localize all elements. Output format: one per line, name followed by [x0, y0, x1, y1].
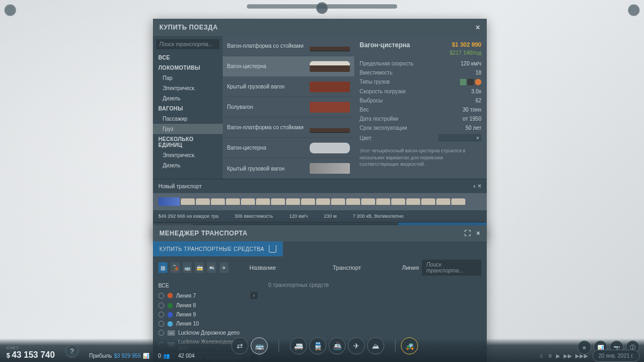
color-picker[interactable]: × [438, 134, 481, 142]
cargo-type-icons [460, 79, 481, 85]
filter-tram-icon[interactable]: 🚋 [195, 262, 204, 273]
vehicle-preview-icon [310, 61, 350, 72]
vehicle-description: Этот четырёхосный вагон-цистерна строилс… [360, 147, 481, 168]
air-button[interactable]: ✈ [348, 337, 365, 354]
buy-window-title: КУПИТЬ ПОЕЗДА [159, 24, 218, 31]
buy-vehicles-button[interactable]: КУПИТЬ ТРАНСПОРТНЫЕ СРЕДСТВА [153, 241, 283, 256]
locomotive-icon [158, 197, 180, 206]
expand-icon[interactable]: ⛶ [464, 230, 471, 237]
vehicle-preview-icon [310, 41, 350, 51]
shuffle-button[interactable]: ⇄ [231, 337, 248, 354]
cat-passenger[interactable]: Пассажир [153, 114, 223, 124]
manage-button[interactable]: 🚌 [251, 337, 268, 354]
fast-button[interactable]: ▶▶ [564, 353, 572, 359]
category-sidebar: Поиск транспорта... ВСЕ ЛОКОМОТИВЫ Пар Э… [153, 36, 223, 179]
buy-trains-window: КУПИТЬ ПОЕЗДА × Поиск транспорта... ВСЕ … [153, 19, 487, 239]
prev-icon[interactable]: ‹ [473, 182, 475, 190]
filter-road-icon[interactable]: 🚌 [183, 262, 192, 273]
vehicle-item[interactable]: Вагон-платформа со стойками [223, 36, 354, 56]
category-wagons[interactable]: ВАГОНЫ [153, 104, 223, 114]
music-icon[interactable]: ♫ [539, 353, 544, 359]
train-stats: $49 292 666 на каждое тра 306 вместимост… [153, 210, 487, 222]
balance-display[interactable]: СЧЕТ $ 43 153 740 [0, 343, 61, 362]
bottom-stats: Прибыль$3 929 955📊 0👥 42 004 [83, 350, 201, 362]
line-item[interactable]: Линия 10 [153, 319, 263, 328]
close-icon[interactable]: × [475, 23, 480, 32]
cat-electric[interactable]: Электрическ. [153, 83, 223, 93]
view-grid-icon[interactable]: ▦ [158, 262, 167, 273]
cat-steam[interactable]: Пар [153, 73, 223, 83]
vehicle-preview-icon [310, 163, 350, 174]
help-button[interactable]: ? [65, 345, 78, 358]
cargo-icon [460, 79, 466, 85]
vehicle-item[interactable]: Полувагон [223, 97, 354, 117]
remove-icon[interactable]: × [478, 182, 481, 190]
col-transport[interactable]: Транспорт [333, 264, 361, 271]
vehicle-preview-icon [310, 143, 350, 153]
date-display[interactable]: 20 янв. 2021 г. [592, 350, 640, 362]
col-name[interactable]: Название [250, 264, 276, 271]
pause-button[interactable]: ⏸ [547, 353, 553, 359]
vehicle-details: Вагон-цистерна $1 302 890 $217 148/год П… [354, 36, 487, 179]
detail-price: $1 302 890 [452, 41, 481, 49]
detail-name: Вагон-цистерна [360, 41, 410, 49]
fastest-button[interactable]: ▶▶▶ [575, 353, 588, 359]
vehicle-list: Вагон-платформа со стойками Вагон-цистер… [223, 36, 354, 179]
manager-search-input[interactable]: Поиск транспорта... [422, 260, 481, 276]
filter-water-icon[interactable]: 🚢 [207, 262, 216, 273]
detail-running-cost: $217 148/год [360, 50, 481, 56]
vehicle-item[interactable]: Крытый грузовой вагон [223, 158, 354, 179]
build-toolbar: ⇄ 🚌 🚐 🚆 🚢 ✈ ⛰ 🚜 [226, 337, 418, 354]
cat-diesel[interactable]: Дизель [153, 93, 223, 104]
chart-icon[interactable]: 📊 [143, 353, 149, 359]
train-composition-preview[interactable] [153, 193, 487, 210]
people-icon: 👥 [163, 353, 170, 359]
category-locomotives[interactable]: ЛОКОМОТИВЫ [153, 63, 223, 73]
vehicle-item[interactable]: Вагон-цистерна [223, 138, 354, 158]
vehicle-item[interactable]: Крытый грузовой вагон [223, 77, 354, 97]
category-multiple-units[interactable]: НЕСКОЛЬКО ЕДИНИЦ [153, 134, 223, 150]
col-line[interactable]: Линия [402, 264, 419, 271]
top-left-button[interactable] [4, 4, 16, 16]
water-button[interactable]: 🚢 [328, 337, 346, 354]
line-item[interactable]: Линия 8 [153, 301, 263, 310]
depot-icon: ▭ [167, 330, 175, 336]
rail-button[interactable]: 🚆 [309, 337, 326, 354]
vehicle-preview-icon [310, 102, 350, 113]
manager-title: МЕНЕДЖЕР ТРАНСПОРТА [159, 230, 247, 237]
close-icon[interactable]: × [476, 230, 480, 237]
cat-cargo[interactable]: Груз [153, 124, 223, 134]
vehicle-item[interactable]: Вагон-платформа со стойками [223, 117, 354, 138]
cat-mu-diesel[interactable]: Дизель [153, 160, 223, 171]
settings-button[interactable] [628, 4, 640, 16]
line-item[interactable]: Линия 9 [153, 310, 263, 319]
vehicle-search-input[interactable]: Поиск транспорта... [156, 39, 219, 49]
nav-icon[interactable]: › [250, 292, 258, 299]
cargo-icon [475, 79, 481, 85]
cat-mu-electric[interactable]: Электрическ. [153, 150, 223, 160]
top-center-button[interactable] [316, 2, 328, 14]
new-transport-label: Новый транспорт [158, 183, 202, 189]
buy-window-header: КУПИТЬ ПОЕЗДА × [153, 19, 487, 36]
road-button[interactable]: 🚐 [290, 337, 307, 354]
lines-all[interactable]: ВСЕ [153, 281, 263, 290]
manager-header: МЕНЕДЖЕР ТРАНСПОРТА ⛶ × [153, 225, 487, 241]
vehicle-item[interactable]: Вагон-цистерна [223, 56, 354, 77]
manager-toolbar: ▦ 🚂 🚌 🚋 🚢 ✈ Название Транспорт Линия Пои… [153, 256, 487, 279]
bulldoze-button[interactable]: 🚜 [401, 337, 418, 354]
depot-item[interactable]: ▭Lucknow Дорожное депо [153, 328, 263, 337]
category-all[interactable]: ВСЕ [153, 53, 223, 63]
vehicle-preview-icon [310, 82, 350, 92]
cart-icon [269, 245, 276, 253]
vehicle-preview-icon [310, 122, 350, 133]
terrain-button[interactable]: ⛰ [367, 337, 384, 354]
filter-air-icon[interactable]: ✈ [219, 262, 229, 273]
filter-rail-icon[interactable]: 🚂 [171, 262, 180, 273]
play-button[interactable]: ▶ [556, 353, 560, 359]
cargo-icon [467, 79, 474, 85]
line-item[interactable]: Линия 7› [153, 290, 263, 301]
